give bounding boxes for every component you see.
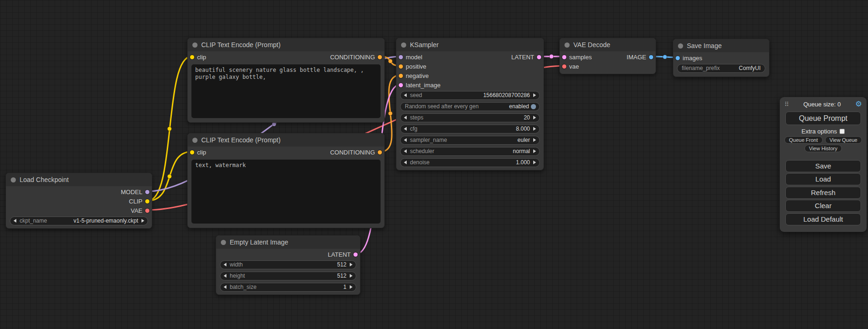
input-slot-clip: clip xyxy=(190,149,206,156)
collapse-dot[interactable] xyxy=(221,240,226,245)
node-title-bar[interactable]: Save Image xyxy=(673,39,769,52)
settings-gear-icon[interactable] xyxy=(855,100,862,108)
increment-arrow-icon[interactable] xyxy=(350,263,353,266)
output-slot-vae: VAE xyxy=(6,206,152,215)
node-title: CLIP Text Encode (Prompt) xyxy=(201,136,281,144)
widget-sampler-name[interactable]: sampler_name euler xyxy=(400,136,540,145)
widget-batch-size[interactable]: batch_size 1 xyxy=(220,283,356,292)
increment-arrow-icon[interactable] xyxy=(533,116,536,119)
node-clip-text-encode-negative[interactable]: CLIP Text Encode (Prompt) clip CONDITION… xyxy=(187,133,385,228)
decrement-arrow-icon[interactable] xyxy=(224,274,226,278)
node-clip-text-encode-positive[interactable]: CLIP Text Encode (Prompt) clip CONDITION… xyxy=(187,38,385,123)
increment-arrow-icon[interactable] xyxy=(533,149,536,153)
queue-prompt-button[interactable]: Queue Prompt xyxy=(785,112,861,125)
node-title: KSampler xyxy=(410,41,438,49)
input-dot-clip[interactable] xyxy=(190,150,194,154)
input-dot-positive[interactable] xyxy=(399,64,403,69)
increment-arrow-icon[interactable] xyxy=(141,219,144,223)
node-load-checkpoint[interactable]: Load Checkpoint MODEL CLIP VAE ckpt_name… xyxy=(6,173,152,229)
refresh-button[interactable]: Refresh xyxy=(785,187,861,199)
input-dot-negative[interactable] xyxy=(399,74,403,78)
widget-filename-prefix[interactable]: filename_prefix ComfyUI xyxy=(677,64,765,73)
increment-arrow-icon[interactable] xyxy=(350,285,353,289)
increment-arrow-icon[interactable] xyxy=(533,138,536,142)
collapse-dot[interactable] xyxy=(678,43,683,49)
decrement-arrow-icon[interactable] xyxy=(224,285,226,289)
output-slot-latent: LATENT xyxy=(216,250,360,259)
widget-cfg[interactable]: cfg 8.000 xyxy=(400,125,540,133)
collapse-dot[interactable] xyxy=(401,42,406,48)
prompt-textarea[interactable]: beautiful scenery nature glass bottle la… xyxy=(191,64,381,118)
node-vae-decode[interactable]: VAE Decode samples IMAGE vae xyxy=(559,38,656,74)
extra-options-checkbox[interactable] xyxy=(840,129,845,134)
load-button[interactable]: Load xyxy=(785,173,861,185)
view-history-button[interactable]: View History xyxy=(804,145,842,152)
link-midpoint-dot[interactable] xyxy=(388,59,393,63)
decrement-arrow-icon[interactable] xyxy=(404,138,407,142)
widget-random-seed-toggle[interactable]: Random seed after every gen enabled xyxy=(400,102,540,111)
node-ksampler[interactable]: KSampler model LATENT positive negative … xyxy=(396,38,544,170)
node-title-bar[interactable]: CLIP Text Encode (Prompt) xyxy=(188,38,384,51)
input-dot-latent-image[interactable] xyxy=(399,83,403,87)
widget-seed[interactable]: seed 156680208700286 xyxy=(400,91,540,100)
decrement-arrow-icon[interactable] xyxy=(404,149,407,153)
link-midpoint-dot[interactable] xyxy=(550,55,554,59)
node-title-bar[interactable]: KSampler xyxy=(396,38,543,51)
output-dot-latent[interactable] xyxy=(353,252,358,257)
widget-width[interactable]: width 512 xyxy=(220,260,356,269)
input-dot-images[interactable] xyxy=(676,56,680,60)
widget-scheduler[interactable]: scheduler normal xyxy=(400,147,540,156)
link-midpoint-dot[interactable] xyxy=(168,127,172,131)
node-save-image[interactable]: Save Image images filename_prefix ComfyU… xyxy=(673,39,769,77)
output-dot-latent[interactable] xyxy=(537,55,541,59)
output-dot-conditioning[interactable] xyxy=(378,55,382,59)
output-dot-conditioning[interactable] xyxy=(378,150,382,154)
output-dot-image[interactable] xyxy=(649,55,653,59)
input-dot-samples[interactable] xyxy=(562,55,566,59)
save-button[interactable]: Save xyxy=(785,160,861,172)
comfyui-canvas[interactable]: { "colors": { "model": "#B39DDB", "clip"… xyxy=(0,0,868,329)
input-dot-vae[interactable] xyxy=(562,64,566,69)
widget-height[interactable]: height 512 xyxy=(220,272,356,280)
decrement-arrow-icon[interactable] xyxy=(224,263,226,266)
decrement-arrow-icon[interactable] xyxy=(404,127,407,131)
menu-drag-handle-icon[interactable] xyxy=(784,101,789,108)
decrement-arrow-icon[interactable] xyxy=(404,161,407,164)
collapse-dot[interactable] xyxy=(11,177,16,182)
decrement-arrow-icon[interactable] xyxy=(404,116,407,119)
increment-arrow-icon[interactable] xyxy=(533,127,536,131)
decrement-arrow-icon[interactable] xyxy=(404,93,407,97)
collapse-dot[interactable] xyxy=(192,138,198,143)
collapse-dot[interactable] xyxy=(192,42,198,48)
input-slot-positive: positive xyxy=(396,62,543,71)
link-midpoint-dot[interactable] xyxy=(168,175,172,179)
queue-front-button[interactable]: Queue Front xyxy=(784,136,823,144)
widget-ckpt-name[interactable]: ckpt_name v1-5-pruned-emaonly.ckpt xyxy=(10,217,148,225)
increment-arrow-icon[interactable] xyxy=(533,161,536,164)
clear-button[interactable]: Clear xyxy=(785,200,861,212)
toggle-knob-icon[interactable] xyxy=(531,104,536,109)
widget-denoise[interactable]: denoise 1.000 xyxy=(400,158,540,167)
increment-arrow-icon[interactable] xyxy=(350,274,353,278)
input-dot-model[interactable] xyxy=(399,55,403,59)
input-dot-clip[interactable] xyxy=(190,55,194,59)
load-default-button[interactable]: Load Default xyxy=(785,213,861,225)
output-dot-clip[interactable] xyxy=(145,199,149,203)
increment-arrow-icon[interactable] xyxy=(533,93,536,97)
comfy-menu-panel[interactable]: Queue size: 0 Queue Prompt Extra options… xyxy=(780,97,867,232)
node-title-bar[interactable]: Load Checkpoint xyxy=(6,173,152,186)
decrement-arrow-icon[interactable] xyxy=(14,219,16,223)
collapse-dot[interactable] xyxy=(565,42,570,48)
link-midpoint-dot[interactable] xyxy=(388,112,393,116)
output-dot-vae[interactable] xyxy=(145,209,149,213)
view-queue-button[interactable]: View Queue xyxy=(825,136,862,144)
node-title-bar[interactable]: VAE Decode xyxy=(560,38,656,51)
output-dot-model[interactable] xyxy=(145,190,149,194)
input-slot-negative: negative xyxy=(396,71,543,80)
widget-steps[interactable]: steps 20 xyxy=(400,113,540,122)
link-midpoint-dot[interactable] xyxy=(663,55,667,59)
node-title-bar[interactable]: CLIP Text Encode (Prompt) xyxy=(188,133,384,147)
node-empty-latent-image[interactable]: Empty Latent Image LATENT width 512 heig… xyxy=(216,235,360,295)
prompt-textarea[interactable]: text, watermark xyxy=(191,160,381,224)
node-title-bar[interactable]: Empty Latent Image xyxy=(216,236,360,249)
